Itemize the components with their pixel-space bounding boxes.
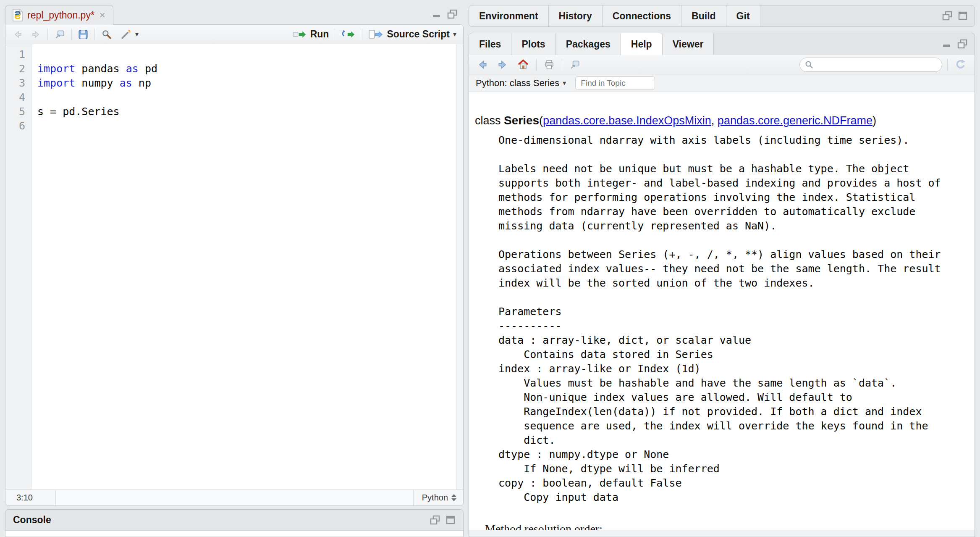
maximize-pane-icon[interactable]: [958, 11, 968, 21]
console-header[interactable]: Console: [5, 510, 463, 531]
rerun-button[interactable]: [339, 29, 358, 40]
restore-pane-icon[interactable]: [430, 515, 440, 525]
help-search-input[interactable]: [799, 58, 942, 72]
refresh-icon[interactable]: [953, 58, 969, 71]
line-number-gutter: 1 2 3 4 5 6: [5, 44, 31, 490]
tab-viewer[interactable]: Viewer: [663, 33, 714, 55]
find-in-topic-input[interactable]: [575, 76, 655, 90]
code-line: [37, 47, 456, 62]
code-tools-wand-icon[interactable]: ▾: [118, 28, 140, 41]
language-spinner-icon: [451, 494, 456, 501]
minimize-pane-icon[interactable]: [942, 40, 952, 48]
help-bottom-scroll-strip[interactable]: [469, 530, 975, 537]
tab-files[interactable]: Files: [469, 33, 511, 55]
code-line: s = pd.Series: [37, 105, 456, 119]
popout-window-icon[interactable]: [567, 58, 582, 71]
help-content[interactable]: class Series(pandas.core.base.IndexOpsMi…: [469, 92, 975, 537]
find-replace-icon[interactable]: [99, 28, 114, 41]
run-button[interactable]: Run: [291, 28, 331, 41]
run-label: Run: [310, 29, 329, 40]
chevron-down-icon: ▾: [563, 80, 566, 87]
console-body[interactable]: [5, 531, 463, 537]
help-pane: Files Plots Packages Help Viewer: [469, 33, 975, 537]
tab-git[interactable]: Git: [726, 5, 760, 26]
python-file-icon: [12, 9, 23, 21]
editor-tab-strip: repl_python.py* ×: [5, 5, 464, 24]
code-line: [37, 90, 456, 105]
code-lines: import pandas as pd import numpy as np s…: [31, 44, 456, 490]
topic-selector-label: Python: class Series: [476, 78, 559, 89]
help-back-icon[interactable]: [475, 58, 490, 71]
docstring-text: One-dimensional ndarray with axis labels…: [498, 133, 970, 505]
cursor-position[interactable]: 3:10: [5, 490, 56, 505]
editor-status-bar: 3:10 Python: [5, 490, 463, 505]
code-editor[interactable]: 1 2 3 4 5 6 import pandas as pd import n…: [5, 44, 463, 490]
editor-tab-title: repl_python.py*: [27, 10, 94, 21]
tab-environment[interactable]: Environment: [469, 5, 549, 26]
tab-connections[interactable]: Connections: [603, 5, 681, 26]
tab-help[interactable]: Help: [621, 33, 663, 55]
back-icon[interactable]: [10, 29, 25, 40]
save-icon[interactable]: [76, 28, 90, 41]
help-search-box[interactable]: [799, 58, 942, 72]
base-class-link[interactable]: pandas.core.base.IndexOpsMixin: [543, 114, 711, 127]
home-icon[interactable]: [515, 58, 531, 71]
print-icon[interactable]: [542, 58, 557, 71]
search-icon: [804, 60, 814, 69]
console-title: Console: [13, 514, 430, 526]
editor-tab[interactable]: repl_python.py* ×: [5, 5, 113, 25]
tab-packages[interactable]: Packages: [556, 33, 621, 55]
help-topic-bar: Python: class Series ▾: [469, 74, 975, 92]
console-pane: Console: [5, 509, 464, 537]
editor-scrollbar[interactable]: [456, 44, 463, 490]
tab-history[interactable]: History: [549, 5, 603, 26]
help-tab-strip: Files Plots Packages Help Viewer: [469, 33, 975, 55]
forward-icon[interactable]: [29, 29, 43, 40]
editor-toolbar: ▾ Run Source Script ▾: [5, 25, 463, 44]
tab-plots[interactable]: Plots: [511, 33, 556, 55]
close-icon[interactable]: ×: [99, 10, 106, 20]
minimize-pane-icon[interactable]: [432, 10, 442, 18]
maximize-pane-icon[interactable]: [445, 515, 456, 525]
code-line: import pandas as pd: [37, 62, 456, 76]
chevron-down-icon: ▾: [135, 31, 139, 38]
language-selector[interactable]: Python: [414, 490, 463, 505]
code-line: import numpy as np: [37, 76, 456, 90]
help-toolbar: [469, 55, 975, 74]
status-bar-spacer: [56, 490, 414, 505]
restore-pane-icon[interactable]: [942, 11, 953, 21]
source-editor-pane: repl_python.py* ×: [5, 5, 464, 506]
chevron-down-icon: ▾: [453, 31, 456, 38]
base-class-link[interactable]: pandas.core.generic.NDFrame: [718, 114, 873, 127]
source-script-label: Source Script: [387, 29, 450, 40]
topic-selector-dropdown[interactable]: Python: class Series ▾: [476, 78, 566, 89]
source-script-button[interactable]: Source Script ▾: [367, 28, 458, 41]
tab-build[interactable]: Build: [681, 5, 726, 26]
help-topic-heading: class Series(pandas.core.base.IndexOpsMi…: [475, 114, 970, 127]
code-line: [37, 119, 456, 133]
editor-body: ▾ Run Source Script ▾ 1 2 3: [5, 24, 464, 506]
help-forward-icon[interactable]: [495, 58, 510, 71]
language-label: Python: [422, 493, 448, 503]
popout-window-icon[interactable]: [52, 28, 67, 41]
environment-pane: Environment History Connections Build Gi…: [469, 5, 975, 27]
restore-pane-icon[interactable]: [957, 39, 968, 49]
restore-pane-icon[interactable]: [447, 9, 458, 19]
